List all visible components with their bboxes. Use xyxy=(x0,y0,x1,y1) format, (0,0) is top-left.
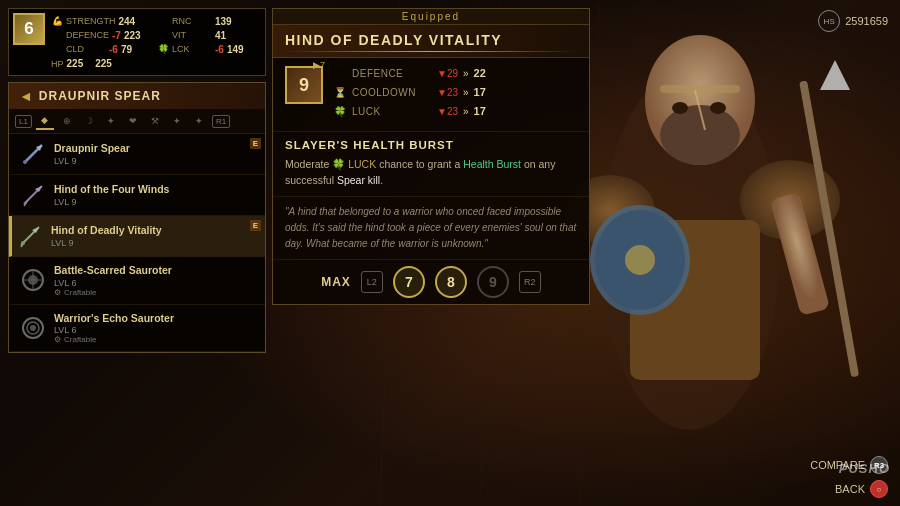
ability-section: SLAYER'S HEALTH BURST Moderate 🍀 LUCK ch… xyxy=(273,132,589,197)
rnc-value: 139 xyxy=(215,16,232,27)
cooldown-from: ▼23 xyxy=(437,87,458,98)
weapon-selector-header: ◄ DRAUPNIR SPEAR xyxy=(9,83,265,109)
defence-from: ▼29 xyxy=(437,68,458,79)
weapon-item-draupnir[interactable]: Draupnir Spear LVL 9 E xyxy=(9,134,265,175)
four-winds-name: Hind of the Four Winds xyxy=(54,183,257,197)
warriors-echo-info: Warrior's Echo Sauroter LVL 6 ⚙ Craftabl… xyxy=(54,312,257,345)
luck-stat-icon: 🍀 xyxy=(333,104,347,118)
item-stats-row: ▶7 9 🛡 DEFENCE ▼29 » 22 ⏳ COOLDOWN ▼23 » xyxy=(273,58,589,132)
stat-cooldown-row: ⏳ COOLDOWN ▼23 » 17 xyxy=(333,85,577,99)
item-level-value: 9 xyxy=(299,75,309,96)
top-left-panel: 6 💪 STRENGTH 244 ✦ RNC 139 🛡 DEFENCE -7 xyxy=(8,8,266,353)
item-title-bar: HIND OF DEADLY VITALITY xyxy=(273,25,589,58)
health-burst-highlight: Health Burst xyxy=(463,158,521,170)
upgrade-num-8[interactable]: 8 xyxy=(435,266,467,298)
stat-defence-row: 🛡 DEFENCE ▼29 » 22 xyxy=(333,66,577,80)
weapon-item-deadly-vitality[interactable]: Hind of Deadly Vitality LVL 9 E xyxy=(9,216,265,257)
lck-value: 149 xyxy=(227,44,244,55)
upgrade-num-7[interactable]: 7 xyxy=(393,266,425,298)
tab-heart[interactable]: ❤ xyxy=(124,112,142,130)
tab-moon[interactable]: ☽ xyxy=(80,112,98,130)
weapon-arrow-icon: ◄ xyxy=(19,88,33,104)
upgrade-section: MAX L2 7 8 9 R2 xyxy=(273,260,589,304)
stat-lck: 🍀 LCK -6 149 xyxy=(157,43,257,55)
player-level-value: 6 xyxy=(24,19,33,39)
title-divider xyxy=(285,51,577,52)
tab-star[interactable]: ✦ xyxy=(102,112,120,130)
upgrade-num-9[interactable]: 9 xyxy=(477,266,509,298)
deadly-vitality-icon xyxy=(17,223,43,249)
four-winds-level: LVL 9 xyxy=(54,197,257,207)
back-label: BACK xyxy=(835,483,865,495)
cld-change: -6 xyxy=(109,44,118,55)
weapon-item-warriors-echo[interactable]: Warrior's Echo Sauroter LVL 6 ⚙ Craftabl… xyxy=(9,305,265,353)
lck-change: -6 xyxy=(215,44,224,55)
strength-icon: 💪 xyxy=(51,15,63,27)
tab-last[interactable]: ✦ xyxy=(190,112,208,130)
ui-overlay: HS 2591659 6 💪 STRENGTH 244 ✦ RNC 139 xyxy=(0,0,900,506)
hp-row: HP 225 225 xyxy=(51,58,257,69)
player-stats-box: 6 💪 STRENGTH 244 ✦ RNC 139 🛡 DEFENCE -7 xyxy=(8,8,266,76)
svg-point-29 xyxy=(21,241,25,245)
battle-scarred-icon xyxy=(20,267,46,293)
svg-point-22 xyxy=(23,160,27,164)
hp-value: 225 xyxy=(67,58,84,69)
stat-vit: ❤ VIT 41 xyxy=(157,29,257,41)
vit-value: 41 xyxy=(215,30,226,41)
battle-scarred-craftable: ⚙ Craftable xyxy=(54,288,257,297)
stat-defence: 🛡 DEFENCE -7 223 xyxy=(51,29,151,41)
draupnir-info: Draupnir Spear LVL 9 xyxy=(54,142,257,166)
luck-arrow: » xyxy=(463,106,469,117)
stat-rnc: ✦ RNC 139 xyxy=(157,15,257,27)
equipped-label: Equipped xyxy=(273,9,589,25)
back-control: BACK ○ xyxy=(835,480,888,498)
strength-label: STRENGTH xyxy=(66,16,116,26)
stats-grid: 💪 STRENGTH 244 ✦ RNC 139 🛡 DEFENCE -7 22… xyxy=(51,15,257,55)
warriors-echo-icon xyxy=(20,315,46,341)
four-winds-info: Hind of the Four Winds LVL 9 xyxy=(54,183,257,207)
tab-tools[interactable]: ⚒ xyxy=(146,112,164,130)
draupnir-level: LVL 9 xyxy=(54,156,257,166)
deadly-vitality-level: LVL 9 xyxy=(51,238,257,248)
deadly-vitality-badge: E xyxy=(250,220,261,231)
strength-value: 244 xyxy=(119,16,136,27)
draupnir-name: Draupnir Spear xyxy=(54,142,257,156)
luck-highlight: 🍀 LUCK xyxy=(332,158,376,170)
defence-icon: 🛡 xyxy=(51,29,63,41)
tab-circle[interactable]: ⊕ xyxy=(58,112,76,130)
l2-button[interactable]: L2 xyxy=(361,271,383,293)
cld-label: CLD xyxy=(66,44,106,54)
defence-to: 22 xyxy=(474,67,486,79)
item-detail-panel: Equipped HIND OF DEADLY VITALITY ▶7 9 🛡 … xyxy=(272,8,590,305)
item-level-badge: ▶7 9 xyxy=(285,66,323,104)
r2-button[interactable]: R2 xyxy=(519,271,541,293)
rnc-icon: ✦ xyxy=(157,15,169,27)
max-label: MAX xyxy=(321,275,351,289)
weapon-item-four-winds[interactable]: Hind of the Four Winds LVL 9 xyxy=(9,175,265,216)
ability-description: Moderate 🍀 LUCK chance to grant a Health… xyxy=(285,156,577,189)
weapon-tabs: L1 ◆ ⊕ ☽ ✦ ❤ ⚒ ✦ ✦ R1 xyxy=(9,109,265,134)
warriors-echo-level: LVL 6 xyxy=(54,325,257,335)
defence-stat-icon: 🛡 xyxy=(333,66,347,80)
rnc-label: RNC xyxy=(172,16,212,26)
cld-value: 79 xyxy=(121,44,132,55)
weapon-item-battle-scarred[interactable]: Battle-Scarred Sauroter LVL 6 ⚙ Craftabl… xyxy=(9,257,265,305)
vit-label: VIT xyxy=(172,30,212,40)
l1-badge[interactable]: L1 xyxy=(15,115,32,128)
cooldown-stat-label: COOLDOWN xyxy=(352,87,432,98)
r1-badge[interactable]: R1 xyxy=(212,115,230,128)
hp-item: HP 225 xyxy=(51,58,83,69)
cooldown-to: 17 xyxy=(474,86,486,98)
battle-scarred-info: Battle-Scarred Sauroter LVL 6 ⚙ Craftabl… xyxy=(54,264,257,297)
cooldown-arrow: » xyxy=(463,87,469,98)
stat-luck-row: 🍀 LUCK ▼23 » 17 xyxy=(333,104,577,118)
hs-icon: HS xyxy=(818,10,840,32)
tab-hex[interactable]: ✦ xyxy=(168,112,186,130)
spear-kill-highlight: Spear kill xyxy=(337,174,380,186)
pusho-watermark: PUSHO xyxy=(839,461,890,476)
vit-icon: ❤ xyxy=(157,29,169,41)
draupnir-badge: E xyxy=(250,138,261,149)
hp-value2: 225 xyxy=(95,58,112,69)
tab-spear[interactable]: ◆ xyxy=(36,112,54,130)
back-button[interactable]: ○ xyxy=(870,480,888,498)
